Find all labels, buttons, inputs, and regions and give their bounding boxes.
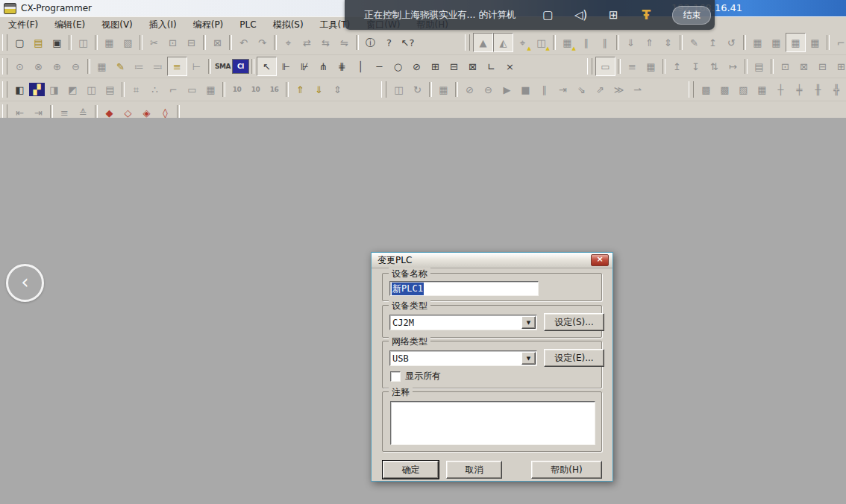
tree-view-icon[interactable]: ⊢ bbox=[187, 57, 206, 75]
monitor-window-4-icon[interactable]: ▦ bbox=[806, 34, 824, 51]
go-down-icon[interactable]: ⇓ bbox=[310, 81, 328, 98]
scan-run-icon[interactable]: ⇀ bbox=[628, 81, 647, 98]
step-out-icon[interactable]: ⇗ bbox=[591, 81, 610, 98]
sections-icon[interactable]: ≡ bbox=[167, 57, 187, 76]
paste-icon[interactable]: ⊟ bbox=[182, 34, 201, 51]
local-window-icon[interactable]: ◩ bbox=[63, 81, 82, 98]
signed-decimal-format-icon[interactable]: 10 bbox=[246, 81, 265, 98]
differential-monitor-icon[interactable]: ⌐ bbox=[832, 34, 846, 51]
menu-item-3[interactable]: 视图(V) bbox=[93, 17, 141, 33]
toolbar-grip[interactable] bbox=[381, 81, 386, 98]
menu-item-6[interactable]: PLC bbox=[231, 18, 264, 31]
menu-item-1[interactable]: 文件(F) bbox=[0, 17, 46, 33]
zoom-window-icon[interactable]: ⊙ bbox=[10, 57, 29, 75]
closed-coil-icon[interactable]: ⊘ bbox=[407, 57, 426, 75]
st-cross-1-icon[interactable]: ┼ bbox=[771, 81, 790, 98]
or-closed-contact-icon[interactable]: ⋕ bbox=[333, 57, 351, 75]
pv-window-icon[interactable]: ▭ bbox=[595, 57, 615, 76]
undo-icon[interactable]: ↶ bbox=[234, 34, 253, 51]
sim-online-icon[interactable]: ↻ bbox=[408, 81, 427, 98]
about-icon[interactable]: ⓘ bbox=[361, 34, 380, 51]
toolbar-grip[interactable] bbox=[2, 81, 7, 98]
cut-icon[interactable]: ✂ bbox=[145, 34, 163, 51]
flag-icon[interactable]: ⌐ bbox=[164, 81, 183, 98]
pause-at-start-icon[interactable]: ⊘ bbox=[460, 81, 479, 98]
pause-icon[interactable]: ∥ bbox=[595, 34, 614, 51]
mnemonics-view-icon[interactable]: SMA bbox=[213, 57, 232, 75]
toolbar-grip[interactable] bbox=[465, 34, 470, 51]
toolbar-grip[interactable] bbox=[2, 58, 7, 75]
menu-item-4[interactable]: 插入(I) bbox=[141, 17, 185, 33]
find-in-project-icon[interactable]: ⇆ bbox=[316, 34, 335, 51]
network-type-select[interactable]: USB ▼ bbox=[389, 350, 537, 366]
grid-icon[interactable]: ▦ bbox=[93, 57, 111, 75]
back-nav-button[interactable]: ‹ bbox=[6, 264, 44, 302]
compare-with-plc-icon[interactable]: ⇕ bbox=[659, 34, 677, 51]
show-all-checkbox[interactable] bbox=[390, 371, 401, 382]
chevron-down-icon[interactable]: ▼ bbox=[521, 352, 536, 365]
contact-icon[interactable]: ⊩ bbox=[277, 57, 295, 75]
set-value-right-icon[interactable]: ↦ bbox=[724, 57, 742, 75]
ok-button[interactable]: 确定 bbox=[383, 461, 439, 479]
comment-icon[interactable]: ✎ bbox=[111, 57, 130, 75]
pause-at-point-icon[interactable]: ⊖ bbox=[479, 81, 498, 98]
delete-tool-icon[interactable]: × bbox=[501, 57, 519, 75]
window-add-icon[interactable]: ⊞ bbox=[607, 8, 620, 22]
work-online-icon[interactable]: ▲ bbox=[473, 33, 493, 52]
sim-transfer-icon[interactable]: ◫ bbox=[389, 81, 408, 98]
menu-item-2[interactable]: 编辑(E) bbox=[46, 17, 93, 33]
paste-special-icon[interactable]: ⊠ bbox=[208, 34, 227, 51]
step-in-icon[interactable]: ⇘ bbox=[572, 81, 591, 98]
or-contact-icon[interactable]: ⋔ bbox=[314, 57, 333, 75]
close-icon[interactable]: × bbox=[591, 254, 609, 266]
coil-icon[interactable]: ○ bbox=[389, 57, 407, 75]
replace-icon[interactable]: ⇄ bbox=[298, 34, 316, 51]
ci-view-icon[interactable]: CI bbox=[232, 59, 249, 74]
step-run-icon[interactable]: ⇥ bbox=[554, 81, 572, 98]
fb-box-2-icon[interactable]: ▩ bbox=[715, 81, 734, 98]
go-up-icon[interactable]: ⇑ bbox=[291, 81, 310, 98]
reset-instruction-icon[interactable]: ⊠ bbox=[463, 57, 482, 75]
fullscreen-icon[interactable]: ▢ bbox=[541, 8, 554, 22]
redo-icon[interactable]: ↷ bbox=[253, 34, 272, 51]
fb-box-3-icon[interactable]: ▨ bbox=[734, 81, 753, 98]
cancel-button[interactable]: 取消 bbox=[446, 461, 502, 479]
plc-error-icon[interactable]: ▦ bbox=[558, 34, 577, 51]
device-type-select[interactable]: CJ2M ▼ bbox=[389, 315, 537, 330]
sheet-3-icon[interactable]: ⊟ bbox=[813, 57, 832, 75]
hex-format-icon[interactable]: 16 bbox=[265, 81, 283, 98]
new-icon[interactable]: ▢ bbox=[10, 34, 29, 51]
split-window-icon[interactable]: ⌗ bbox=[127, 81, 145, 98]
comment-textarea[interactable] bbox=[390, 401, 595, 445]
zoom-out-icon[interactable]: ⊖ bbox=[66, 57, 85, 75]
cancel-online-edit-icon[interactable]: ↺ bbox=[722, 34, 741, 51]
go-updown-icon[interactable]: ⇕ bbox=[328, 81, 347, 98]
vertical-line-icon[interactable]: │ bbox=[351, 57, 370, 75]
pin-icon[interactable]: Ŧ bbox=[639, 7, 653, 22]
sheet-2-icon[interactable]: ⊠ bbox=[795, 57, 813, 75]
find-abnormality-icon[interactable]: ⌖ bbox=[513, 34, 532, 51]
end-session-button[interactable]: 结束 bbox=[672, 6, 711, 25]
st-cross-4-icon[interactable]: ╬ bbox=[827, 81, 846, 98]
dialog-titlebar[interactable]: 变更PLC × bbox=[372, 253, 612, 268]
copy-icon[interactable]: ⊡ bbox=[163, 34, 182, 51]
dialog-view-icon[interactable]: ▭ bbox=[183, 81, 201, 98]
zoom-fit-icon[interactable]: ⊗ bbox=[29, 57, 48, 75]
open-icon[interactable]: ▤ bbox=[29, 34, 48, 51]
rung-comment-icon[interactable]: ≔ bbox=[130, 57, 148, 75]
sim-network-icon[interactable]: ▦ bbox=[434, 81, 453, 98]
l-connector-icon[interactable]: ∟ bbox=[482, 57, 501, 75]
auto-online-icon[interactable]: ◭ bbox=[493, 33, 513, 52]
set-value-down-icon[interactable]: ↧ bbox=[686, 57, 705, 75]
fb-box-4-icon[interactable]: ▦ bbox=[753, 81, 771, 98]
sim-pause-icon[interactable]: ∥ bbox=[535, 81, 554, 98]
watch-window-icon[interactable]: ▤ bbox=[750, 57, 768, 75]
mnemonic-icon[interactable]: ∴ bbox=[145, 81, 164, 98]
fb-box-1-icon[interactable]: ▩ bbox=[697, 81, 715, 98]
toolbar-grip[interactable] bbox=[2, 34, 7, 51]
set-value-up-icon[interactable]: ↥ bbox=[668, 57, 686, 75]
compare-view-icon[interactable]: ◫ bbox=[74, 34, 93, 51]
menu-item-5[interactable]: 编程(P) bbox=[185, 17, 232, 33]
workspace-window-icon[interactable]: ◧ bbox=[10, 81, 29, 98]
find-icon[interactable]: ⌖ bbox=[279, 34, 298, 51]
